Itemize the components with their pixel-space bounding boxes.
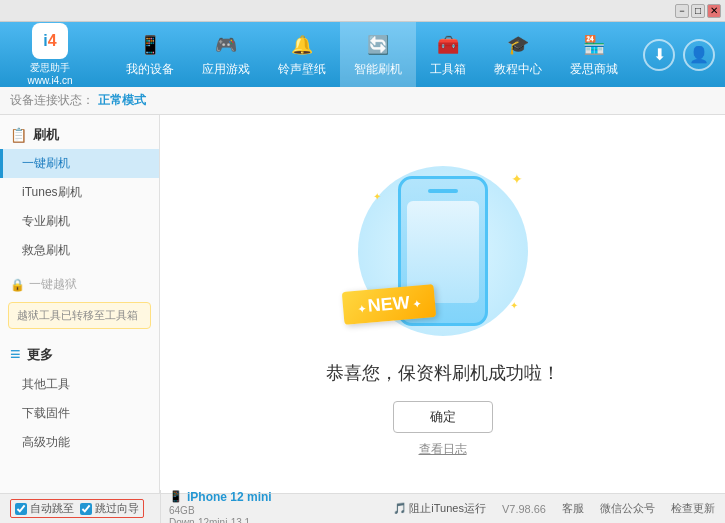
sidebar-flash-title: 刷机 — [33, 126, 59, 144]
success-illustration: NEW ✦ ✦ ✦ — [353, 151, 533, 351]
nav-toolbox-label: 工具箱 — [430, 61, 466, 78]
sidebar-item-itunes[interactable]: iTunes刷机 — [0, 178, 159, 207]
sidebar-item-other-tools[interactable]: 其他工具 — [0, 370, 159, 399]
status-bar: 设备连接状态： 正常模式 — [0, 87, 725, 115]
close-btn[interactable]: ✕ — [707, 4, 721, 18]
confirm-button[interactable]: 确定 — [393, 401, 493, 433]
customer-service-link[interactable]: 客服 — [562, 501, 584, 516]
jailbreak-title: 一键越狱 — [29, 276, 77, 293]
itunes-icon: 🎵 — [393, 502, 407, 515]
title-bar: － □ ✕ — [0, 0, 725, 22]
success-title: 恭喜您，保资料刷机成功啦！ — [326, 361, 560, 385]
phone-icon: 📱 — [169, 490, 183, 503]
header: i 4 爱思助手 www.i4.cn 📱 我的设备 🎮 应用游戏 🔔 铃声壁纸 … — [0, 22, 725, 87]
nav-apps-games[interactable]: 🎮 应用游戏 — [188, 22, 264, 87]
skip-wizard-input[interactable] — [80, 503, 92, 515]
nav-my-device-label: 我的设备 — [126, 61, 174, 78]
sidebar-section-flash: 📋 刷机 一键刷机 iTunes刷机 专业刷机 救急刷机 — [0, 121, 159, 265]
store-icon: 🏪 — [580, 31, 608, 59]
minimize-btn[interactable]: － — [675, 4, 689, 18]
nav-items: 📱 我的设备 🎮 应用游戏 🔔 铃声壁纸 🔄 智能刷机 🧰 工具箱 🎓 教程中心… — [100, 22, 643, 87]
save-flash-label: 救急刷机 — [22, 243, 70, 257]
sidebar-section-more: ≡ 更多 其他工具 下载固件 高级功能 — [0, 339, 159, 457]
sidebar-more-title: 更多 — [27, 346, 53, 364]
logo[interactable]: i 4 爱思助手 www.i4.cn — [0, 23, 100, 86]
lock-icon: 🔒 — [10, 278, 25, 292]
sidebar-item-save-flash[interactable]: 救急刷机 — [0, 236, 159, 265]
checkbox-group: 自动跳至 跳过向导 — [10, 499, 144, 518]
device-info: 📱 iPhone 12 mini 64GB Down-12mini-13,1 — [160, 490, 272, 524]
other-tools-label: 其他工具 — [22, 377, 70, 391]
sidebar-item-pro-flash[interactable]: 专业刷机 — [0, 207, 159, 236]
bottom-bar: 自动跳至 跳过向导 📱 iPhone 12 mini 64GB Down-12m… — [0, 493, 725, 523]
apps-icon: 🎮 — [212, 31, 240, 59]
nav-smart-flash-label: 智能刷机 — [354, 61, 402, 78]
auto-jump-label: 自动跳至 — [30, 501, 74, 516]
sidebar-warning: 越狱工具已转移至工具箱 — [8, 302, 151, 329]
sidebar-section-jailbreak: 🔒 一键越狱 越狱工具已转移至工具箱 — [0, 271, 159, 333]
logo-icon: i 4 — [32, 23, 68, 59]
version-label: V7.98.66 — [502, 503, 546, 515]
check-update-link[interactable]: 检查更新 — [671, 501, 715, 516]
warning-text: 越狱工具已转移至工具箱 — [17, 309, 138, 321]
tutorial-icon: 🎓 — [504, 31, 532, 59]
nav-my-device[interactable]: 📱 我的设备 — [112, 22, 188, 87]
auto-jump-checkbox[interactable]: 自动跳至 — [15, 501, 74, 516]
flash-section-icon: 📋 — [10, 127, 27, 143]
nav-toolbox[interactable]: 🧰 工具箱 — [416, 22, 480, 87]
sidebar: 📋 刷机 一键刷机 iTunes刷机 专业刷机 救急刷机 🔒 一键越狱 — [0, 115, 160, 493]
bottom-left: 自动跳至 跳过向导 📱 iPhone 12 mini 64GB Down-12m… — [10, 490, 272, 524]
user-btn[interactable]: 👤 — [683, 39, 715, 71]
one-click-label: 一键刷机 — [22, 156, 70, 170]
sparkle-1: ✦ — [511, 171, 523, 187]
skip-wizard-checkbox[interactable]: 跳过向导 — [80, 501, 139, 516]
sparkle-3: ✦ — [510, 300, 518, 311]
nav-ringtone[interactable]: 🔔 铃声壁纸 — [264, 22, 340, 87]
device-storage: 64GB — [169, 505, 195, 516]
download-firmware-label: 下载固件 — [22, 406, 70, 420]
sidebar-item-one-click[interactable]: 一键刷机 — [0, 149, 159, 178]
sparkle-2: ✦ — [373, 191, 381, 202]
bottom-right: 🎵 阻止iTunes运行 V7.98.66 客服 微信公众号 检查更新 — [393, 501, 715, 516]
main-container: 📋 刷机 一键刷机 iTunes刷机 专业刷机 救急刷机 🔒 一键越狱 — [0, 115, 725, 493]
device-icon: 📱 — [136, 31, 164, 59]
sidebar-jailbreak-header: 🔒 一键越狱 — [0, 271, 159, 298]
content-area: NEW ✦ ✦ ✦ 恭喜您，保资料刷机成功啦！ 确定 查看日志 — [160, 115, 725, 493]
nav-tutorial[interactable]: 🎓 教程中心 — [480, 22, 556, 87]
itunes-label: 阻止iTunes运行 — [409, 501, 486, 516]
nav-smart-flash[interactable]: 🔄 智能刷机 — [340, 22, 416, 87]
device-model: Down-12mini-13,1 — [169, 517, 250, 524]
nav-store[interactable]: 🏪 爱思商城 — [556, 22, 632, 87]
pro-flash-label: 专业刷机 — [22, 214, 70, 228]
device-name: iPhone 12 mini — [187, 490, 272, 504]
download-btn[interactable]: ⬇ — [643, 39, 675, 71]
logo-line1: 爱思助手 — [30, 61, 70, 75]
nav-store-label: 爱思商城 — [570, 61, 618, 78]
advanced-label: 高级功能 — [22, 435, 70, 449]
nav-tutorial-label: 教程中心 — [494, 61, 542, 78]
nav-apps-label: 应用游戏 — [202, 61, 250, 78]
nav-right: ⬇ 👤 — [643, 39, 725, 71]
sidebar-flash-header: 📋 刷机 — [0, 121, 159, 149]
itunes-label: iTunes刷机 — [22, 185, 82, 199]
ringtone-icon: 🔔 — [288, 31, 316, 59]
nav-ringtone-label: 铃声壁纸 — [278, 61, 326, 78]
sidebar-more-header: ≡ 更多 — [0, 339, 159, 370]
view-log-link[interactable]: 查看日志 — [419, 441, 467, 458]
logo-line2: www.i4.cn — [27, 75, 72, 86]
maximize-btn[interactable]: □ — [691, 4, 705, 18]
itunes-status: 🎵 阻止iTunes运行 — [393, 501, 486, 516]
wechat-link[interactable]: 微信公众号 — [600, 501, 655, 516]
auto-jump-input[interactable] — [15, 503, 27, 515]
status-label: 设备连接状态： — [10, 92, 94, 109]
status-value: 正常模式 — [98, 92, 146, 109]
smart-flash-icon: 🔄 — [364, 31, 392, 59]
skip-wizard-label: 跳过向导 — [95, 501, 139, 516]
sidebar-item-download-firmware[interactable]: 下载固件 — [0, 399, 159, 428]
more-section-icon: ≡ — [10, 344, 21, 365]
sidebar-item-advanced[interactable]: 高级功能 — [0, 428, 159, 457]
toolbox-icon: 🧰 — [434, 31, 462, 59]
